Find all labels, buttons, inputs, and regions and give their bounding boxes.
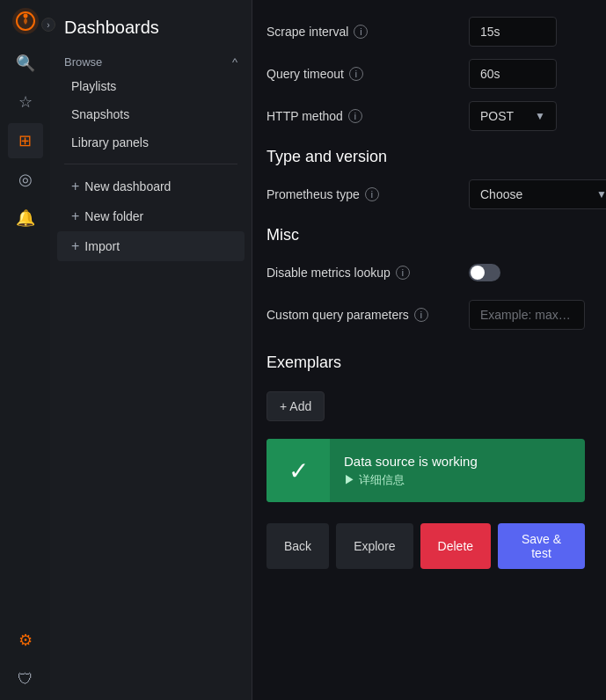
http-method-select[interactable]: POST ▼ [469, 101, 557, 131]
scrape-interval-info-icon[interactable]: i [354, 25, 368, 39]
import-label: Import [84, 239, 120, 253]
add-exemplar-button[interactable]: + Add [266, 391, 325, 421]
bottom-action-bar: Back Explore Delete Save & test [266, 523, 585, 576]
menu-divider [64, 164, 237, 164]
explore-button[interactable]: Explore [336, 523, 413, 569]
scrape-interval-row: Scrape interval i 15s [266, 14, 585, 49]
disable-metrics-label: Disable metrics lookup i [266, 266, 469, 280]
sidebar-toggle-button[interactable]: › [41, 18, 55, 32]
http-method-info-icon[interactable]: i [348, 109, 362, 123]
bell-icon[interactable]: 🔔 [8, 201, 43, 236]
prometheus-type-chevron-icon: ▼ [596, 188, 606, 201]
dashboards-submenu: Dashboards Browse ^ Playlists Snapshots … [50, 0, 252, 700]
custom-query-label: Custom query parameters i [266, 308, 469, 322]
new-dashboard-label: New dashboard [84, 179, 171, 193]
playlists-item[interactable]: Playlists [57, 72, 245, 100]
query-timeout-input[interactable]: 60s [469, 59, 557, 89]
grafana-logo[interactable] [11, 7, 40, 35]
query-timeout-label: Query timeout i [266, 67, 469, 81]
http-method-chevron-icon: ▼ [535, 110, 545, 122]
import-action[interactable]: + Import [57, 231, 245, 261]
grid-icon[interactable]: ⊞ [8, 123, 43, 158]
prometheus-type-label: Prometheus type i [266, 187, 469, 201]
prometheus-type-placeholder: Choose [480, 187, 522, 201]
disable-metrics-toggle[interactable] [469, 264, 500, 281]
gear-icon[interactable]: ⚙ [8, 623, 43, 658]
sidebar-narrow: 🔍 ☆ ⊞ ◎ 🔔 ⚙ 🛡 [0, 0, 50, 700]
success-detail[interactable]: ▶ 详细信息 [344, 472, 478, 488]
disable-metrics-row: Disable metrics lookup i [266, 255, 585, 290]
prometheus-type-select[interactable]: Choose ▼ [469, 179, 606, 209]
check-icon: ✓ [288, 456, 309, 485]
plus-icon-2: + [71, 208, 79, 224]
disable-metrics-info-icon[interactable]: i [396, 266, 410, 280]
new-folder-label: New folder [84, 209, 143, 223]
http-method-value: POST [480, 109, 514, 123]
query-timeout-info-icon[interactable]: i [349, 67, 363, 81]
scrape-interval-label: Scrape interval i [266, 25, 469, 39]
search-icon[interactable]: 🔍 [8, 46, 43, 81]
http-method-label: HTTP method i [266, 109, 469, 123]
custom-query-row: Custom query parameters i Example: max_s… [266, 297, 585, 332]
custom-query-input[interactable]: Example: max_source_resolu... [469, 300, 585, 330]
success-icon-box: ✓ [266, 439, 330, 502]
browse-label: Browse [64, 55, 102, 69]
svg-point-2 [23, 14, 27, 18]
success-text: Data source is working ▶ 详细信息 [344, 447, 478, 495]
plus-icon: + [71, 179, 79, 194]
dashboards-title: Dashboards [50, 11, 252, 52]
prometheus-type-info-icon[interactable]: i [365, 187, 379, 201]
toggle-knob [471, 266, 485, 280]
query-timeout-row: Query timeout i 60s [266, 56, 585, 91]
save-test-button[interactable]: Save & test [498, 523, 585, 569]
back-button[interactable]: Back [266, 523, 329, 569]
http-method-row: HTTP method i POST ▼ [266, 98, 585, 134]
success-banner: ✓ Data source is working ▶ 详细信息 [266, 439, 585, 502]
misc-title: Misc [266, 226, 585, 244]
type-version-title: Type and version [266, 148, 585, 166]
main-content: Scrape interval i 15s Query timeout i 60… [252, 0, 606, 700]
new-folder-action[interactable]: + New folder [57, 201, 245, 231]
library-panels-item[interactable]: Library panels [57, 128, 245, 157]
exemplars-section: Exemplars + Add [266, 354, 585, 421]
delete-button[interactable]: Delete [420, 523, 491, 569]
new-dashboard-action[interactable]: + New dashboard [57, 171, 245, 201]
plus-icon-3: + [71, 238, 79, 254]
prometheus-type-row: Prometheus type i Choose ▼ [266, 177, 585, 212]
browse-chevron-icon: ^ [232, 55, 237, 69]
custom-query-info-icon[interactable]: i [414, 308, 428, 322]
scrape-interval-input[interactable]: 15s [469, 17, 557, 47]
exemplars-title: Exemplars [266, 354, 585, 372]
browse-section[interactable]: Browse ^ [50, 52, 252, 72]
shield-icon[interactable]: 🛡 [8, 661, 43, 696]
success-title: Data source is working [344, 454, 478, 469]
snapshots-item[interactable]: Snapshots [57, 100, 245, 128]
compass-icon[interactable]: ◎ [8, 162, 43, 197]
star-icon[interactable]: ☆ [8, 84, 43, 120]
